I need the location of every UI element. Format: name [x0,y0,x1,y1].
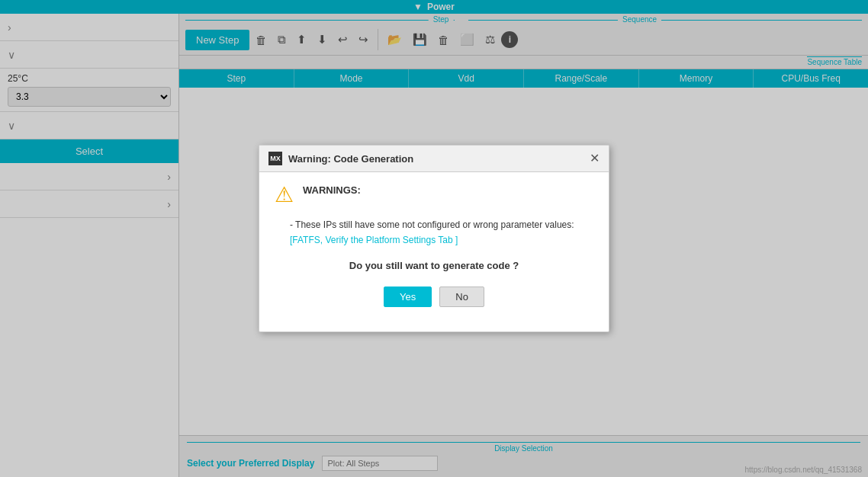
modal-logo: MX [268,152,282,165]
warning-detail-text: - These IPs still have some not configur… [290,218,578,232]
modal-footer: Yes No [275,287,593,319]
warning-highlight-text: [FATFS, Verify the Platform Settings Tab… [290,233,578,248]
yes-button[interactable]: Yes [384,287,432,307]
content-area: Step Sequence New Step 🗑 ⧉ ⬆ ⬇ ↩ ↪ 📂 💾 🗑… [179,14,868,477]
warning-details: - These IPs still have some not configur… [275,218,593,247]
modal-header: MX Warning: Code Generation ✕ [259,146,609,172]
warning-triangle-icon: ⚠ [275,184,294,206]
modal-title-row: MX Warning: Code Generation [268,152,413,165]
modal-close-button[interactable]: ✕ [590,152,600,165]
warning-question: Do you still want to generate code ? [275,260,593,271]
modal-body: ⚠ WARNINGS: - These IPs still have some … [259,172,609,331]
main-layout: › ∨ 25°C 3.3 1.8 5.0 ∨ Select › › [0,14,868,477]
no-button[interactable]: No [439,287,484,307]
modal-overlay: MX Warning: Code Generation ✕ ⚠ WARNINGS… [0,0,868,477]
warnings-label: WARNINGS: [303,184,361,196]
warning-modal: MX Warning: Code Generation ✕ ⚠ WARNINGS… [259,145,609,331]
modal-title: Warning: Code Generation [288,153,413,165]
warning-row: ⚠ WARNINGS: [275,184,593,206]
